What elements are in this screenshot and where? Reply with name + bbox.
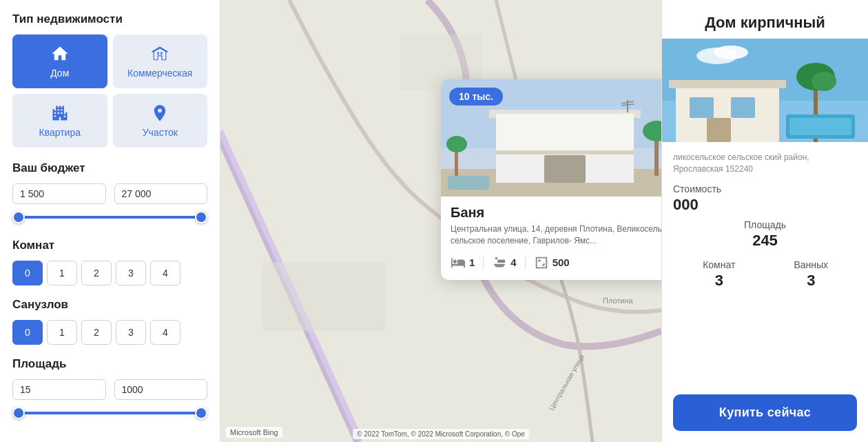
rooms-btn-0[interactable]: 0: [12, 261, 43, 285]
area-detail-value: 245: [673, 232, 857, 250]
budget-slider-track: [12, 216, 207, 219]
baths-detail: Ванных 3: [765, 259, 858, 290]
baths-detail-value: 3: [765, 272, 858, 290]
area-min-value: 15: [12, 379, 106, 400]
area-slider[interactable]: [12, 405, 207, 421]
price-value: 000: [673, 196, 857, 214]
area-detail-label: Площадь: [673, 219, 857, 230]
svg-rect-22: [496, 114, 634, 150]
bath-icon: [492, 255, 507, 270]
area-icon: [534, 255, 549, 270]
svg-rect-21: [496, 150, 634, 154]
rooms-detail-value: 3: [673, 272, 765, 290]
svg-rect-1: [161, 52, 162, 55]
budget-section: Ваш бюджет 1 500 27 000: [12, 161, 207, 225]
bing-attribution: Microsoft Bing: [226, 427, 282, 438]
popup-area-value: 500: [552, 257, 570, 268]
svg-point-34: [714, 46, 748, 59]
apartment-label: Квартира: [39, 127, 81, 138]
bath-btn-0[interactable]: 0: [12, 320, 43, 345]
map-attribution: © 2022 TomTom, © 2022 Microsoft Corporat…: [353, 429, 529, 439]
right-panel-details: ликосельское сельское ский район, Яросла…: [662, 142, 868, 389]
popup-baths-stat: 4: [492, 255, 516, 270]
right-house-illustration: [662, 39, 868, 142]
area-label: Площадь: [12, 357, 207, 371]
baths-detail-label: Ванных: [765, 259, 858, 270]
svg-rect-0: [158, 52, 159, 55]
popup-price-badge: 10 тыс.: [449, 88, 503, 106]
budget-min-value: 1 500: [12, 183, 106, 204]
rooms-btn-3[interactable]: 3: [116, 261, 146, 285]
buy-now-button[interactable]: Купить сейчас: [673, 394, 857, 431]
house-label: Дом: [50, 68, 69, 79]
rooms-btn-1[interactable]: 1: [47, 261, 77, 285]
popup-image: 10 тыс.: [441, 79, 661, 197]
bed-icon: [451, 255, 466, 270]
bathrooms-buttons: 0 1 2 3 4: [12, 320, 207, 345]
budget-range-inputs: 1 500 27 000: [12, 183, 207, 204]
rooms-detail-label: Комнат: [673, 259, 765, 270]
popup-stats: 1 4 500: [451, 255, 661, 270]
property-type-house[interactable]: Дом: [12, 34, 107, 88]
right-panel: Дом кирпичный: [661, 0, 868, 442]
price-label: Стоимость: [673, 183, 857, 194]
bath-btn-2[interactable]: 2: [81, 320, 112, 345]
rooms-btn-4[interactable]: 4: [150, 261, 180, 285]
bath-btn-3[interactable]: 3: [116, 320, 146, 345]
property-type-grid: Дом Коммерческая Квартира Участок: [12, 34, 207, 148]
commercial-label: Коммерческая: [127, 68, 192, 79]
map-popup: 10 тыс. Баня Центральная улица, 14, дере…: [441, 79, 661, 280]
svg-rect-39: [707, 118, 731, 142]
property-type-commercial[interactable]: Коммерческая: [113, 34, 208, 88]
svg-rect-37: [690, 97, 714, 118]
svg-point-42: [812, 72, 836, 91]
area-slider-thumb-right[interactable]: [195, 407, 207, 419]
popup-beds-value: 1: [469, 257, 475, 268]
area-range-inputs: 15 1000: [12, 379, 207, 400]
popup-address: Центральная улица, 14, деревня Плотина, …: [451, 223, 661, 247]
svg-rect-44: [789, 118, 851, 135]
bathrooms-label: Санузлов: [12, 298, 207, 312]
bath-btn-1[interactable]: 1: [47, 320, 77, 345]
svg-rect-25: [455, 148, 458, 176]
rooms-btn-2[interactable]: 2: [81, 261, 112, 285]
property-type-land[interactable]: Участок: [113, 94, 208, 148]
right-panel-image: [662, 39, 868, 142]
area-slider-thumb-left[interactable]: [12, 407, 25, 419]
budget-slider-thumb-right[interactable]: [195, 211, 207, 223]
right-panel-title: Дом кирпичный: [662, 0, 868, 39]
bath-btn-4[interactable]: 4: [150, 320, 180, 345]
svg-rect-6: [262, 262, 386, 331]
rooms-baths-row: Комнат 3 Ванных 3: [673, 259, 857, 290]
popup-area-stat: 500: [534, 255, 570, 270]
budget-slider-thumb-left[interactable]: [12, 211, 25, 223]
area-max-value: 1000: [114, 379, 208, 400]
rooms-label: Комнат: [12, 239, 207, 252]
area-section: Площадь 15 1000: [12, 357, 207, 421]
popup-divider-1: [483, 256, 484, 270]
left-sidebar: Тип недвижимости Дом Коммерческая Кварти…: [0, 0, 220, 442]
bathrooms-section: Санузлов 0 1 2 3 4: [12, 298, 207, 345]
rooms-detail: Комнат 3: [673, 259, 765, 290]
apartment-icon: [50, 103, 70, 123]
property-type-label: Тип недвижимости: [12, 12, 207, 26]
property-type-apartment[interactable]: Квартира: [12, 94, 107, 148]
area-slider-track: [12, 412, 207, 414]
svg-marker-36: [669, 80, 786, 88]
budget-max-value: 27 000: [114, 183, 208, 204]
budget-slider[interactable]: [12, 210, 207, 225]
land-label: Участок: [143, 127, 178, 138]
right-panel-address: ликосельское сельское ский район, Яросла…: [673, 152, 857, 175]
popup-body: Баня Центральная улица, 14, деревня Плот…: [441, 197, 661, 280]
popup-baths-value: 4: [510, 257, 516, 268]
svg-point-26: [446, 136, 467, 152]
land-icon: [150, 103, 169, 123]
svg-rect-38: [731, 97, 755, 118]
popup-title: Баня: [451, 205, 661, 221]
svg-text:Плотина: Плотина: [603, 297, 634, 305]
rooms-buttons: 0 1 2 3 4: [12, 261, 207, 285]
map-area[interactable]: Плотина Центральная улица: [220, 0, 661, 442]
popup-beds-stat: 1: [451, 255, 475, 270]
svg-rect-30: [448, 176, 489, 190]
rooms-section: Комнат 0 1 2 3 4: [12, 239, 207, 285]
